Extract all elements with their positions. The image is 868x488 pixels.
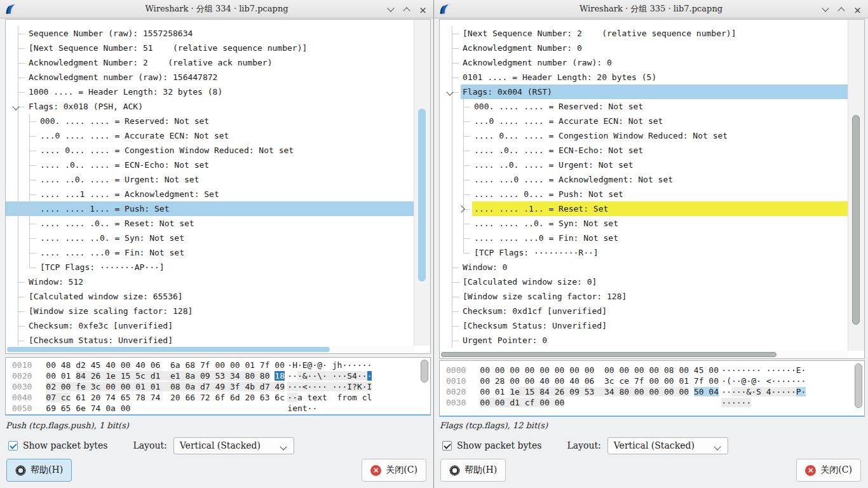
tree-row[interactable]: Window: 512: [6, 274, 414, 289]
hex-row[interactable]: 002000 01 84 26 1e 15 5c d1 e1 8a 09 53 …: [6, 370, 430, 381]
tree-row[interactable]: 0101 .... = Header Length: 20 bytes (5): [440, 70, 848, 85]
tree-row[interactable]: [TCP Flags: ·······AP···]: [6, 260, 414, 274]
tree-row[interactable]: ...0 .... .... = Accurate ECN: Not set: [6, 128, 414, 143]
tree-row[interactable]: .... ..0. .... = Urgent: Not set: [440, 158, 848, 172]
shade-window-button[interactable]: [386, 4, 397, 15]
tree-row[interactable]: [Checksum Status: Unverified]: [440, 318, 848, 333]
tree-guide: [18, 128, 18, 143]
tree-row[interactable]: 000. .... .... = Reserved: Not set: [440, 99, 848, 114]
tree-row[interactable]: Acknowledgment Number: 0: [440, 41, 848, 55]
tree-branch: [18, 282, 25, 283]
tree-row-text: .... 0... .... = Congestion Window Reduc…: [38, 143, 414, 158]
maximize-window-button[interactable]: [836, 4, 847, 15]
tree-row[interactable]: .... ...0 .... = Acknowledgment: Not set: [440, 172, 848, 187]
horizontal-scrollbar[interactable]: [6, 346, 414, 353]
tree-row[interactable]: .... 0... .... = Congestion Window Reduc…: [440, 128, 848, 143]
tree-row[interactable]: 1000 .... = Header Length: 32 bytes (8): [6, 85, 414, 99]
hex-row[interactable]: 002000 01 1e 15 84 26 09 53 34 80 00 00 …: [440, 386, 864, 397]
tree-row[interactable]: .... 0... .... = Congestion Window Reduc…: [6, 143, 414, 158]
hex-row[interactable]: 004007 cc 61 20 74 65 78 74 20 66 72 6f …: [6, 392, 430, 403]
tree-row[interactable]: [Calculated window size: 65536]: [6, 289, 414, 304]
show-packet-bytes-label: Show packet bytes: [23, 440, 107, 451]
hex-bytes: 07 cc 61 20 74 65 78 74 20 66 72 6f 6d 2…: [46, 392, 287, 403]
hex-row[interactable]: 001000 48 d2 45 40 00 40 06 6a 68 7f 00 …: [6, 360, 430, 370]
horizontal-scrollbar-thumb[interactable]: [441, 352, 776, 357]
tree-row[interactable]: Checksum: 0xd1cf [unverified]: [440, 304, 848, 318]
tree-row[interactable]: [Next Sequence Number: 2 (relative seque…: [440, 26, 848, 41]
show-packet-bytes-checkbox[interactable]: [442, 441, 452, 451]
show-packet-bytes-checkbox[interactable]: [8, 441, 18, 451]
tree-row[interactable]: ...0 .... .... = Accurate ECN: Not set: [440, 114, 848, 128]
hex-row[interactable]: 001000 28 00 00 40 00 40 06 3c ce 7f 00 …: [440, 376, 864, 386]
maximize-window-button[interactable]: [402, 4, 412, 15]
vertical-scrollbar-thumb[interactable]: [418, 109, 426, 281]
tree-row-text: Urgent Pointer: 0: [461, 333, 848, 348]
tree-row[interactable]: [Window size scaling factor: 128]: [6, 304, 414, 318]
tree-branch: [452, 78, 459, 78]
help-button[interactable]: 帮助(H): [440, 459, 506, 482]
hex-row[interactable]: 005069 65 6e 74 0a 00ient··: [6, 403, 430, 414]
close-window-button[interactable]: ×: [417, 4, 428, 15]
tree-row-text: .... .... 1... = Push: Set: [38, 201, 414, 216]
tree-row[interactable]: .... .... ..0. = Syn: Not set: [6, 231, 414, 245]
tree-row[interactable]: Acknowledgment Number: 2 (relative ack n…: [6, 55, 414, 70]
tree-row[interactable]: Sequence Number (raw): 1557258634: [6, 26, 414, 41]
layout-select[interactable]: Vertical (Stacked): [607, 437, 728, 454]
titlebar[interactable]: Wireshark · 分组 334 · lib7.pcapng ×: [0, 0, 433, 18]
hex-scrollbar-thumb[interactable]: [855, 363, 862, 408]
hex-ascii-segment: ······: [721, 398, 751, 407]
hex-bytes: 00 28 00 00 40 00 40 06 3c ce 7f 00 00 0…: [480, 376, 721, 386]
vertical-scrollbar-thumb[interactable]: [852, 115, 860, 325]
hex-row[interactable]: 003000 00 d1 cf 00 00······: [440, 397, 864, 408]
tree-row[interactable]: 000. .... .... = Reserved: Not set: [6, 114, 414, 128]
tree-row[interactable]: .... .... .1.. = Reset: Set: [440, 201, 848, 216]
close-window-button[interactable]: ×: [852, 4, 863, 15]
help-button[interactable]: 帮助(H): [6, 459, 72, 482]
tree-branch: [463, 194, 470, 195]
tree-row-text: Checksum: 0xd1cf [unverified]: [461, 304, 848, 318]
layout-select[interactable]: Vertical (Stacked): [173, 437, 294, 454]
hex-row[interactable]: 003002 00 fe 3c 00 00 01 01 08 0a d7 49 …: [6, 381, 430, 392]
tree-row[interactable]: .... .... ..0. = Syn: Not set: [440, 216, 848, 231]
vertical-scrollbar[interactable]: [848, 20, 864, 351]
tree-row[interactable]: Flags: 0x004 (RST): [440, 85, 848, 99]
tree-row[interactable]: .... .0.. .... = ECN-Echo: Not set: [6, 158, 414, 172]
tree-row[interactable]: [Calculated window size: 0]: [440, 274, 848, 289]
tree-guide: [29, 260, 30, 268]
tree-row-text: ...0 .... .... = Accurate ECN: Not set: [472, 114, 848, 128]
tree-row[interactable]: .... .... ...0 = Fin: Not set: [440, 231, 848, 245]
horizontal-scrollbar[interactable]: [440, 351, 848, 358]
tree-row[interactable]: [Window size scaling factor: 128]: [440, 289, 848, 304]
chevron-down-icon: [280, 443, 287, 450]
tree-row-text: Acknowledgment Number: 2 (relative ack n…: [27, 55, 414, 70]
hex-scrollbar-thumb[interactable]: [421, 360, 428, 383]
close-button[interactable]: × 关闭(C): [796, 459, 861, 482]
tree-row[interactable]: .... .0.. .... = ECN-Echo: Not set: [440, 143, 848, 158]
tree-row[interactable]: .... .... .0.. = Reset: Not set: [6, 216, 414, 231]
tree-row[interactable]: Urgent Pointer: 0: [440, 333, 848, 348]
tree-row[interactable]: Acknowledgment number (raw): 156447872: [6, 70, 414, 85]
tree-row[interactable]: .... ...1 .... = Acknowledgment: Set: [6, 187, 414, 201]
tree-row[interactable]: Checksum: 0xfe3c [unverified]: [6, 318, 414, 333]
tree-row[interactable]: Flags: 0x018 (PSH, ACK): [6, 99, 414, 114]
horizontal-scrollbar-thumb[interactable]: [7, 347, 330, 352]
tree-row[interactable]: [TCP Flags: ·········R··]: [440, 245, 848, 260]
hex-byte-segment: 00 01: [480, 387, 510, 396]
tree-row[interactable]: .... .... ...0 = Fin: Not set: [6, 245, 414, 260]
hex-row[interactable]: 000000 00 00 00 00 00 00 00 00 00 00 00 …: [440, 365, 864, 376]
close-button[interactable]: × 关闭(C): [362, 459, 426, 482]
tree-row[interactable]: Acknowledgment number (raw): 0: [440, 55, 848, 70]
tree-row[interactable]: .... .... 1... = Push: Set: [6, 201, 414, 216]
tree-branch: [463, 180, 470, 180]
hex-byte-segment: 84 26 1e 15 5c d1 e1 8a 09 53 34 80 80: [76, 371, 269, 381]
tree-row[interactable]: [Next Sequence Number: 51 (relative sequ…: [6, 41, 414, 55]
titlebar[interactable]: Wireshark · 分组 335 · lib7.pcapng ×: [434, 0, 868, 18]
hex-ascii: ·H·E@·@· jh······: [287, 360, 372, 370]
vertical-scrollbar[interactable]: [414, 20, 430, 346]
tree-row[interactable]: .... ..0. .... = Urgent: Not set: [6, 172, 414, 187]
layout-label: Layout:: [567, 440, 600, 451]
tree-row[interactable]: .... .... 0... = Push: Not set: [440, 187, 848, 201]
tree-branch: [452, 63, 459, 64]
shade-window-button[interactable]: [820, 4, 831, 15]
tree-row[interactable]: Window: 0: [440, 260, 848, 274]
